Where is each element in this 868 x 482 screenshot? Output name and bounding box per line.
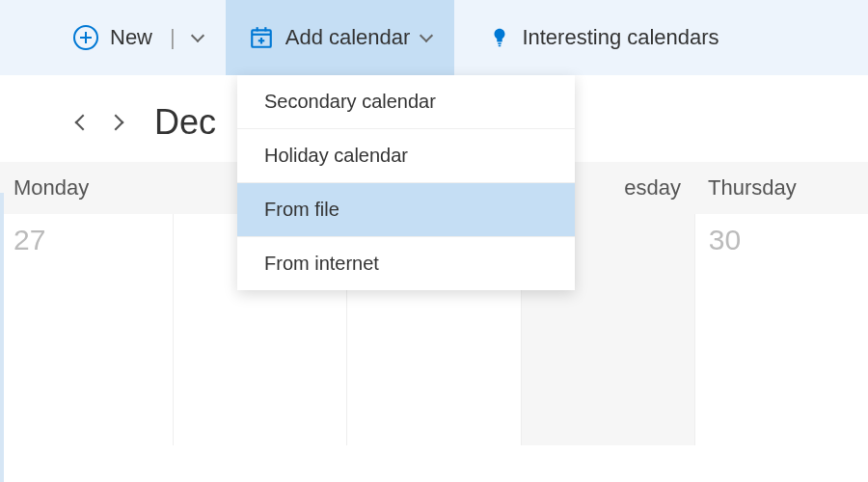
bulb-icon [489, 27, 510, 48]
next-month-button[interactable] [108, 115, 124, 131]
calendar-plus-icon [249, 25, 274, 50]
svg-rect-7 [499, 45, 502, 46]
toolbar: New | Add calendar Interesting calend [0, 0, 868, 75]
chevron-down-icon [420, 29, 433, 42]
day-cell[interactable]: 30 [695, 214, 868, 445]
interesting-calendars-button[interactable]: Interesting calendars [454, 0, 742, 75]
dropdown-item-holiday[interactable]: Holiday calendar [237, 129, 575, 183]
prev-month-button[interactable] [75, 115, 92, 131]
month-title: Dec [154, 102, 216, 143]
day-header-thu: Thursday [694, 175, 868, 201]
dropdown-item-from-internet[interactable]: From internet [237, 237, 575, 290]
add-calendar-button[interactable]: Add calendar [226, 0, 455, 75]
dropdown-item-secondary[interactable]: Secondary calendar [237, 75, 575, 129]
new-label: New [110, 25, 152, 50]
add-calendar-dropdown: Secondary calendar Holiday calendar From… [237, 75, 575, 290]
divider: | [170, 25, 176, 50]
left-edge-accent [0, 193, 4, 482]
day-cell[interactable]: 27 [0, 214, 174, 445]
new-button[interactable]: New | [0, 0, 226, 75]
plus-circle-icon [73, 25, 98, 50]
interesting-label: Interesting calendars [522, 25, 719, 50]
svg-rect-6 [499, 43, 502, 44]
day-header-mon: Monday [0, 175, 174, 201]
add-calendar-label: Add calendar [285, 25, 411, 50]
chevron-down-icon[interactable] [191, 29, 204, 42]
dropdown-item-from-file[interactable]: From file [237, 183, 575, 237]
